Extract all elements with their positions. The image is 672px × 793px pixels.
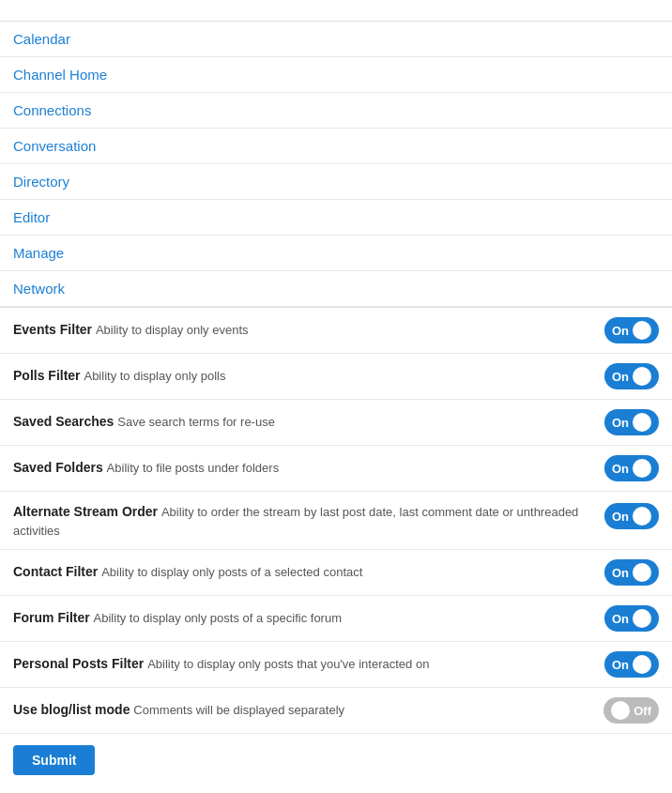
nav-link-channel-home[interactable]: Channel Home <box>0 57 672 93</box>
feature-name-5: Contact Filter <box>13 564 101 579</box>
feature-label-3: Saved Folders Ability to file posts unde… <box>13 459 604 478</box>
toggle-label-1: On <box>612 370 629 384</box>
toggle-knob-5 <box>633 563 651 582</box>
feature-label-5: Contact Filter Ability to display only p… <box>13 563 604 582</box>
feature-section: Events Filter Ability to display only ev… <box>0 307 672 786</box>
feature-label-0: Events Filter Ability to display only ev… <box>13 321 604 340</box>
feature-label-8: Use blog/list mode Comments will be disp… <box>13 701 603 720</box>
feature-desc-6: Ability to display only posts of a speci… <box>94 611 342 625</box>
toggle-label-0: On <box>612 324 629 338</box>
toggle-knob-0 <box>633 321 651 340</box>
toggle-2[interactable]: On <box>604 409 659 435</box>
nav-links: CalendarChannel HomeConnectionsConversat… <box>0 22 672 307</box>
feature-row-2: Saved Searches Save search terms for re-… <box>0 400 672 446</box>
nav-link-conversation[interactable]: Conversation <box>0 129 672 164</box>
feature-row-1: Polls Filter Ability to display only pol… <box>0 354 672 400</box>
feature-row-8: Use blog/list mode Comments will be disp… <box>0 688 672 734</box>
feature-label-1: Polls Filter Ability to display only pol… <box>13 367 604 386</box>
toggle-label-3: On <box>612 462 629 476</box>
feature-row-0: Events Filter Ability to display only ev… <box>0 308 672 354</box>
feature-row-5: Contact Filter Ability to display only p… <box>0 550 672 596</box>
toggle-label-5: On <box>612 566 629 580</box>
toggle-7[interactable]: On <box>604 651 659 678</box>
feature-label-2: Saved Searches Save search terms for re-… <box>13 413 604 432</box>
feature-row-3: Saved Folders Ability to file posts unde… <box>0 446 672 492</box>
toggle-knob-3 <box>633 459 651 478</box>
nav-link-connections[interactable]: Connections <box>0 93 672 129</box>
feature-row-7: Personal Posts Filter Ability to display… <box>0 642 672 688</box>
toggle-label-6: On <box>612 612 629 626</box>
feature-name-8: Use blog/list mode <box>13 702 133 717</box>
toggle-3[interactable]: On <box>604 455 659 481</box>
feature-label-6: Forum Filter Ability to display only pos… <box>13 609 604 628</box>
toggle-knob-6 <box>633 609 651 628</box>
feature-name-7: Personal Posts Filter <box>13 656 147 671</box>
toggle-8[interactable]: Off <box>603 697 659 724</box>
feature-desc-2: Save search terms for re-use <box>117 415 275 429</box>
feature-label-7: Personal Posts Filter Ability to display… <box>13 655 604 674</box>
footer-links: PhotosProfiles <box>0 786 672 793</box>
feature-label-4: Alternate Stream Order Ability to order … <box>13 501 604 540</box>
nav-link-directory[interactable]: Directory <box>0 164 672 200</box>
toggle-label-8: Off <box>634 704 651 718</box>
footer-link-photos[interactable]: Photos <box>0 786 672 793</box>
feature-name-0: Events Filter <box>13 322 96 337</box>
feature-name-2: Saved Searches <box>13 414 117 429</box>
feature-desc-8: Comments will be displayed separately <box>133 703 344 717</box>
toggle-4[interactable]: On <box>604 503 659 529</box>
toggle-1[interactable]: On <box>604 363 659 389</box>
feature-name-6: Forum Filter <box>13 610 94 625</box>
feature-name-1: Polls Filter <box>13 368 84 383</box>
toggle-label-7: On <box>612 658 629 672</box>
feature-desc-3: Ability to file posts under folders <box>107 461 280 475</box>
feature-desc-0: Ability to display only events <box>96 323 249 337</box>
toggle-label-4: On <box>612 510 629 524</box>
toggle-0[interactable]: On <box>604 317 659 343</box>
toggle-5[interactable]: On <box>604 559 659 586</box>
nav-link-network[interactable]: Network <box>0 271 672 307</box>
feature-row-6: Forum Filter Ability to display only pos… <box>0 596 672 642</box>
toggle-knob-2 <box>633 413 651 432</box>
toggle-label-2: On <box>612 416 629 430</box>
submit-button[interactable]: Submit <box>13 745 95 775</box>
feature-desc-5: Ability to display only posts of a selec… <box>101 565 362 579</box>
toggle-knob-8 <box>611 701 630 720</box>
toggle-knob-7 <box>633 655 651 674</box>
page-title <box>0 0 672 22</box>
toggle-knob-4 <box>633 507 651 526</box>
feature-desc-7: Ability to display only posts that you'v… <box>147 657 429 671</box>
nav-link-editor[interactable]: Editor <box>0 200 672 236</box>
feature-row-4: Alternate Stream Order Ability to order … <box>0 492 672 550</box>
toggle-6[interactable]: On <box>604 605 659 632</box>
nav-link-calendar[interactable]: Calendar <box>0 22 672 57</box>
feature-name-4: Alternate Stream Order <box>13 504 161 519</box>
toggle-knob-1 <box>633 367 651 386</box>
feature-desc-1: Ability to display only polls <box>84 369 225 383</box>
feature-name-3: Saved Folders <box>13 460 107 475</box>
nav-link-manage[interactable]: Manage <box>0 236 672 271</box>
